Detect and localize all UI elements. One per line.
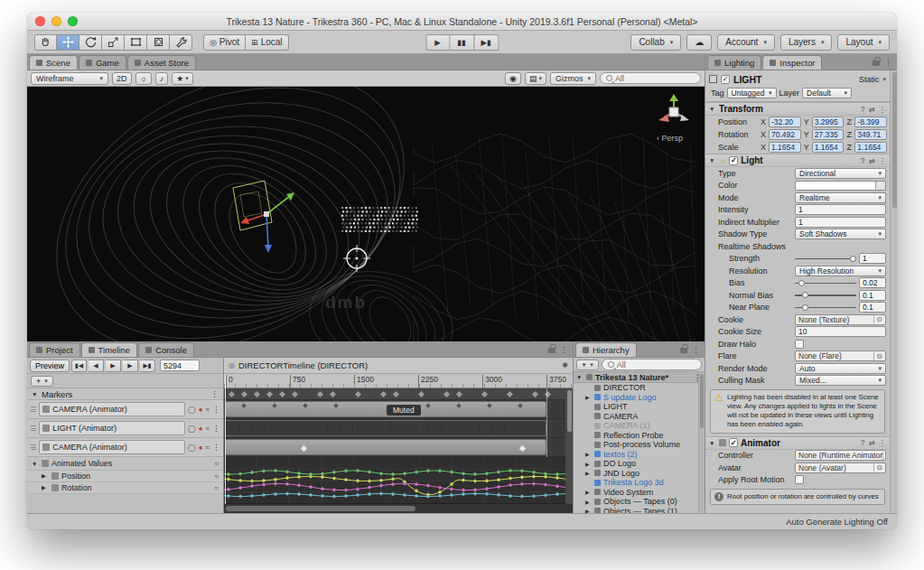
hierarchy-item[interactable]: ▶textos (2)	[574, 450, 705, 460]
hierarchy-item[interactable]: DIRECTOR	[574, 383, 705, 393]
controller-object-field[interactable]: None (Runtime Animator⊙	[795, 450, 886, 461]
record-icon[interactable]: ●	[199, 425, 203, 433]
rect-tool-button[interactable]	[125, 34, 147, 51]
rotation-z-field[interactable]: 349.71	[854, 129, 887, 140]
shadow-resolution-dropdown[interactable]: High Resolution▾	[795, 266, 886, 276]
scene-orientation-gizmo[interactable]	[654, 92, 694, 135]
tab-game[interactable]: Game	[79, 55, 126, 70]
create-object-button[interactable]: +▾	[576, 360, 599, 370]
strength-slider[interactable]	[795, 253, 856, 264]
hierarchy-item[interactable]: ▶JND Logo	[574, 469, 705, 479]
perspective-label[interactable]: ‹ Persp	[657, 134, 683, 143]
current-frame-field[interactable]: 5294	[160, 360, 200, 371]
scene-viewport[interactable]: dmb ‹ Persp	[27, 87, 705, 341]
tab-lighting[interactable]: Lighting	[707, 55, 761, 70]
transform-tool-button[interactable]	[147, 34, 170, 51]
tag-dropdown[interactable]: Untagged▾	[727, 88, 777, 98]
object-picker-icon[interactable]: ⊙	[873, 352, 882, 360]
expand-caret-icon[interactable]: ▶	[585, 394, 592, 400]
layer-dropdown[interactable]: Default▾	[802, 88, 852, 98]
curves-icon[interactable]: ≈	[215, 472, 219, 481]
camera2-clip-lane[interactable]	[224, 438, 573, 457]
foldout-icon[interactable]: ▶	[42, 484, 49, 491]
scale-z-field[interactable]: 1.1654	[854, 142, 887, 153]
track-menu-icon[interactable]: ⋮	[212, 405, 220, 414]
lock-icon[interactable]	[873, 61, 880, 66]
hierarchy-item[interactable]: Post-process Volume	[574, 440, 705, 450]
auto-generate-lighting-status[interactable]: Auto Generate Lighting Off	[786, 517, 888, 527]
drag-handle-icon[interactable]: ☰	[30, 406, 36, 414]
foldout-icon[interactable]: ▶	[42, 472, 49, 480]
camera-clip-lane[interactable]: Muted	[224, 400, 573, 419]
gizmos-dropdown[interactable]: Gizmos▾	[550, 72, 596, 85]
gameobject-name-field[interactable]: LIGHT	[733, 74, 855, 85]
help-icon[interactable]: ?	[861, 105, 865, 114]
light-type-dropdown[interactable]: Directional▾	[795, 168, 886, 179]
play-button[interactable]: ▶	[425, 34, 450, 51]
draw-halo-checkbox[interactable]	[795, 340, 804, 349]
normal-bias-field[interactable]: 0.1	[859, 290, 886, 301]
panel-menu-icon[interactable]: ⋮	[692, 345, 700, 354]
scene-lighting-toggle[interactable]: ☼	[135, 72, 152, 85]
goto-start-button[interactable]: ▮◀	[71, 360, 87, 372]
rotation-x-field[interactable]: 70.492	[769, 129, 801, 140]
foldout-icon[interactable]: ▼	[709, 106, 716, 112]
foldout-icon[interactable]: ▼	[709, 440, 716, 446]
collab-dropdown[interactable]: Collab▾	[630, 34, 681, 51]
scene-effects-dropdown[interactable]: ★▾	[172, 72, 193, 85]
hierarchy-item[interactable]: ▶Objects — Tapes (1)	[574, 507, 705, 514]
timeline-track[interactable]: ☰ CAMERA (Animator) ◯ ● ≈ ⋮	[27, 400, 223, 419]
presets-icon[interactable]: ⇄	[868, 105, 874, 114]
hierarchy-search-input[interactable]: All	[602, 359, 702, 370]
minimize-window-button[interactable]	[51, 16, 61, 26]
lock-icon[interactable]	[680, 348, 687, 353]
cookie-object-field[interactable]: None (Texture)⊙	[795, 314, 886, 325]
scale-y-field[interactable]: 1.1654	[812, 142, 845, 153]
expand-caret-icon[interactable]: ▶	[585, 499, 592, 505]
timeline-track[interactable]: ☰ CAMERA (Animator) ◯ ● ≈ ⋮	[27, 438, 223, 457]
hierarchy-item[interactable]: Trikesta Logo 3d	[574, 478, 705, 488]
hierarchy-item[interactable]: ▶S update Logo	[574, 393, 705, 403]
timeline-vscrollbar[interactable]	[565, 388, 573, 504]
layers-dropdown[interactable]: Layers▾	[780, 34, 833, 51]
drag-handle-icon[interactable]: ☰	[30, 425, 36, 433]
animator-component-header[interactable]: ▼ ✓ Animator ?⇄⋮	[705, 436, 890, 450]
timeline-settings-icon[interactable]: ✱	[562, 361, 568, 369]
close-window-button[interactable]	[35, 16, 45, 26]
light-enabled-checkbox[interactable]: ✓	[729, 156, 738, 165]
scale-x-field[interactable]: 1.1654	[769, 142, 801, 153]
cloud-button[interactable]: ☁	[686, 34, 712, 51]
markers-track-header[interactable]: ▼ Markers ⋮	[27, 388, 223, 400]
position-y-field[interactable]: 3.2995	[812, 117, 845, 127]
intensity-field[interactable]: 1	[795, 204, 886, 215]
track-menu-icon[interactable]: ⋮	[210, 389, 219, 398]
drag-handle-icon[interactable]: ☰	[30, 444, 36, 452]
avatar-object-field[interactable]: None (Avatar)⊙	[795, 463, 886, 473]
light-component-header[interactable]: ▼ ☼ ✓ Light ?⇄⋮	[705, 154, 890, 167]
pivot-toggle-button[interactable]: ◎Pivot	[203, 34, 246, 51]
expand-caret-icon[interactable]: ▶	[585, 508, 592, 513]
macos-titlebar[interactable]: Trikesta 13 Nature - Trikestra 360 - PC,…	[27, 13, 897, 31]
animated-rotation-row[interactable]: ▶ Rotation ≈	[27, 482, 223, 494]
record-icon[interactable]: ●	[199, 444, 203, 452]
timeline-hscrollbar[interactable]	[224, 504, 573, 513]
static-dropdown[interactable]: Static▾	[859, 75, 886, 84]
hierarchy-item[interactable]: LIGHT	[574, 402, 705, 412]
hand-tool-button[interactable]	[34, 34, 57, 51]
scene-root-row[interactable]: ▼ Trikesta 13 Nature* ⋮	[574, 372, 705, 383]
track-menu-icon[interactable]: ⋮	[212, 424, 220, 433]
component-menu-icon[interactable]: ⋮	[879, 105, 887, 114]
prev-frame-button[interactable]: ◀	[89, 360, 104, 372]
tab-timeline[interactable]: Timeline	[81, 342, 138, 357]
animated-position-row[interactable]: ▶ Position ≈	[27, 471, 223, 482]
foldout-icon[interactable]: ▼	[576, 374, 583, 380]
add-track-button[interactable]: +▾	[31, 376, 53, 387]
object-picker-icon[interactable]: ⊙	[882, 452, 886, 460]
markers-lane[interactable]	[224, 388, 573, 400]
preview-button[interactable]: Preview	[30, 360, 70, 372]
curves-icon[interactable]: ≈	[206, 444, 210, 452]
object-picker-icon[interactable]: ⊙	[873, 315, 882, 323]
bias-slider[interactable]	[795, 277, 856, 288]
light-mode-dropdown[interactable]: Realtime▾	[795, 192, 886, 203]
pause-button[interactable]: ▮▮	[450, 34, 474, 51]
